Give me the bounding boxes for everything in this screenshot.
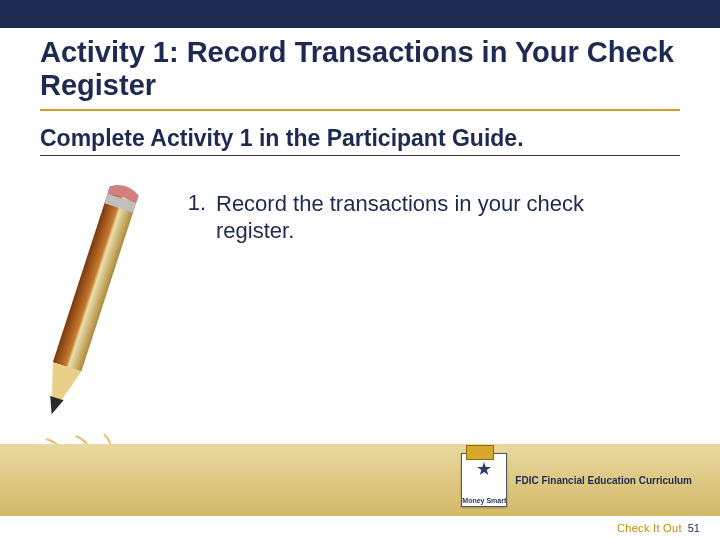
step-item: 1. Record the transactions in your check… [180, 190, 680, 245]
step-number: 1. [180, 190, 206, 216]
module-name: Check It Out [617, 522, 682, 534]
star-icon: ★ [462, 460, 506, 478]
svg-marker-3 [45, 396, 64, 416]
money-smart-label: Money Smart [462, 497, 506, 504]
slide-subtitle: Complete Activity 1 in the Participant G… [40, 125, 680, 156]
step-text: Record the transactions in your check re… [216, 190, 636, 245]
title-underline [40, 109, 680, 111]
fdic-branding: ★ Money Smart FDIC Financial Education C… [461, 453, 692, 507]
top-accent-bar [0, 0, 720, 28]
page-number: 51 [688, 522, 700, 534]
pager: Check It Out 51 [0, 516, 720, 540]
slide-title: Activity 1: Record Transactions in Your … [40, 36, 680, 103]
svg-marker-2 [37, 362, 81, 419]
money-smart-logo: ★ Money Smart [461, 453, 507, 507]
footer-band: ★ Money Smart FDIC Financial Education C… [0, 444, 720, 516]
fdic-flag-icon [466, 445, 494, 460]
slide-content: Activity 1: Record Transactions in Your … [0, 28, 720, 245]
curriculum-label: FDIC Financial Education Curriculum [515, 475, 692, 486]
